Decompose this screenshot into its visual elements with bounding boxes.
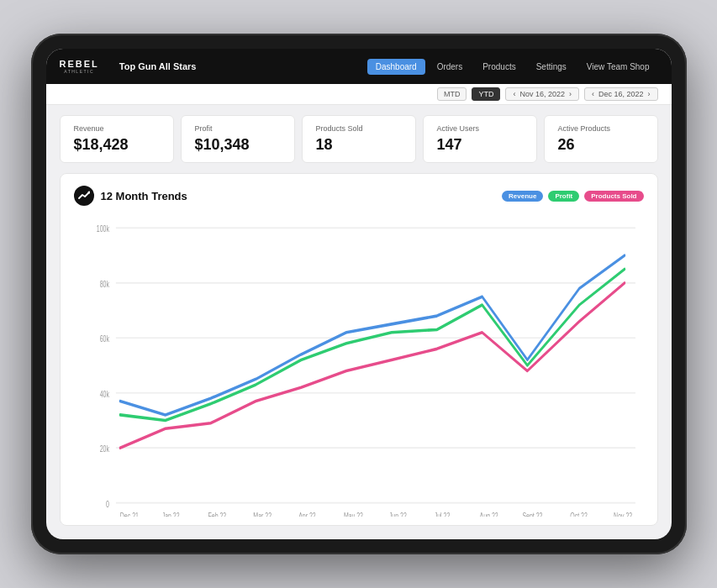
svg-text:0: 0: [105, 498, 108, 509]
svg-text:100k: 100k: [96, 223, 108, 234]
date-range-to[interactable]: ‹ Dec 16, 2022 ›: [584, 87, 658, 101]
chart-container: 12 Month Trends Revenue Profit Products …: [60, 173, 658, 526]
svg-text:20k: 20k: [99, 443, 108, 454]
svg-text:Apr 22: Apr 22: [298, 510, 316, 517]
svg-text:60k: 60k: [99, 333, 108, 344]
trend-icon: [74, 186, 94, 206]
date-to-label: Dec 16, 2022: [598, 90, 644, 98]
chart-header: 12 Month Trends Revenue Profit Products …: [74, 186, 644, 206]
svg-text:Jul 22: Jul 22: [434, 510, 450, 517]
stat-revenue-value: $18,428: [74, 136, 160, 154]
stat-products-sold: Products Sold 18: [302, 115, 416, 163]
nav-orders[interactable]: Orders: [429, 59, 472, 75]
logo-text: REBEL: [60, 60, 99, 69]
svg-text:Jun 22: Jun 22: [388, 510, 406, 517]
stats-row: Revenue $18,428 Profit $10,348 Products …: [46, 105, 672, 173]
stat-profit-value: $10,348: [195, 136, 281, 154]
stat-products-sold-value: 18: [316, 136, 402, 154]
svg-text:40k: 40k: [99, 388, 108, 399]
stat-active-users: Active Users 147: [423, 115, 537, 163]
chart-legend: Revenue Profit Products Sold: [502, 191, 643, 202]
nav-products[interactable]: Products: [474, 59, 524, 75]
svg-text:80k: 80k: [99, 278, 108, 289]
tablet-screen: REBEL ATHLETIC Top Gun All Stars Dashboa…: [46, 49, 672, 539]
legend-profit[interactable]: Profit: [548, 191, 579, 202]
stat-active-products-label: Active Products: [558, 124, 644, 133]
logo-area: REBEL ATHLETIC: [60, 60, 99, 74]
legend-revenue[interactable]: Revenue: [502, 191, 543, 202]
svg-text:Aug 22: Aug 22: [479, 510, 498, 517]
ytd-button[interactable]: YTD: [472, 87, 500, 101]
nav-settings[interactable]: Settings: [528, 59, 575, 75]
svg-text:Mar 22: Mar 22: [253, 510, 272, 517]
svg-text:Jan 22: Jan 22: [161, 510, 179, 517]
date-next[interactable]: ›: [567, 90, 573, 98]
stat-active-products: Active Products 26: [544, 115, 658, 163]
team-name: Top Gun All Stars: [119, 61, 197, 71]
nav-links: Dashboard Orders Products Settings View …: [367, 59, 658, 75]
date-to-prev[interactable]: ‹: [590, 90, 596, 98]
navbar: REBEL ATHLETIC Top Gun All Stars Dashboa…: [46, 49, 672, 84]
stat-active-users-label: Active Users: [437, 124, 523, 133]
filter-bar: MTD YTD ‹ Nov 16, 2022 › ‹ Dec 16, 2022 …: [46, 84, 672, 105]
date-prev[interactable]: ‹: [511, 90, 517, 98]
nav-team-shop[interactable]: View Team Shop: [578, 59, 658, 75]
mtd-button[interactable]: MTD: [437, 87, 467, 101]
chart-svg-area: 100k 80k 60k 40k 20k 0 Dec 21 Jan 22 Feb…: [74, 214, 644, 517]
stat-products-sold-label: Products Sold: [316, 124, 402, 133]
stat-profit-label: Profit: [195, 124, 281, 133]
nav-dashboard[interactable]: Dashboard: [367, 59, 425, 75]
svg-text:May 22: May 22: [344, 510, 363, 517]
stat-active-users-value: 147: [437, 136, 523, 154]
stat-revenue: Revenue $18,428: [60, 115, 174, 163]
chart-title-area: 12 Month Trends: [74, 186, 187, 206]
svg-text:Nov 22: Nov 22: [614, 510, 632, 517]
svg-text:Feb 22: Feb 22: [208, 510, 226, 517]
stat-profit: Profit $10,348: [181, 115, 295, 163]
stat-active-products-value: 26: [558, 136, 644, 154]
date-range-from[interactable]: ‹ Nov 16, 2022 ›: [505, 87, 579, 101]
stat-revenue-label: Revenue: [74, 124, 160, 133]
date-from-label: Nov 16, 2022: [519, 90, 565, 98]
chart-title: 12 Month Trends: [101, 190, 187, 202]
svg-text:Oct 22: Oct 22: [570, 510, 588, 517]
svg-text:Sept 22: Sept 22: [522, 510, 542, 517]
svg-text:Dec 21: Dec 21: [119, 510, 138, 517]
legend-products-sold[interactable]: Products Sold: [584, 191, 643, 202]
date-to-next[interactable]: ›: [646, 90, 652, 98]
logo-sub: ATHLETIC: [64, 69, 94, 74]
tablet-frame: REBEL ATHLETIC Top Gun All Stars Dashboa…: [31, 34, 687, 554]
